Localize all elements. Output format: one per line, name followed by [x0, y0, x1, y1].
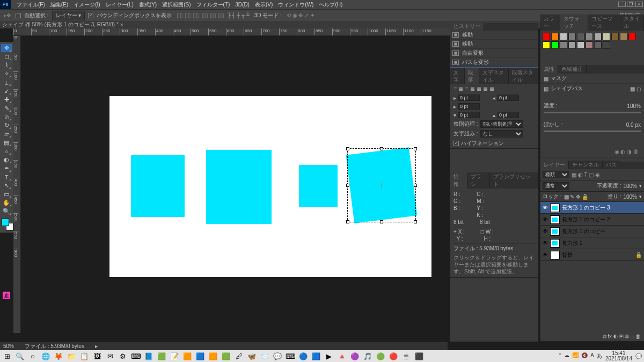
handle-tl[interactable] [346, 147, 349, 150]
taskbar-app-icon[interactable]: ⊞ [2, 351, 12, 361]
gradient-tool[interactable]: ▤ [1, 139, 12, 147]
menu-filter[interactable]: フィルター(T) [194, 1, 233, 9]
menu-view[interactable]: 表示(V) [252, 1, 275, 9]
swatch[interactable] [586, 33, 593, 40]
taskbar-app-icon[interactable]: ⌨ [131, 351, 141, 361]
align-icons[interactable]: ▯▯ ▯▯ ▯▯ ▯▯ ▯▯ ▯▯ ┣ ┫ ╋ ┳ ┻ [175, 12, 251, 18]
opacity-value[interactable]: 100% [623, 183, 637, 189]
visibility-icon[interactable]: 👁 [543, 216, 548, 222]
pen-tool[interactable]: ✒ [1, 164, 12, 172]
menu-edit[interactable]: 編集(E) [48, 1, 71, 9]
para-style-tab[interactable]: 段落スタイル [509, 68, 538, 84]
taskbar-app-icon[interactable]: ○ [28, 351, 38, 361]
visibility-icon[interactable]: 👁 [543, 252, 548, 258]
taskbar-app-icon[interactable]: ▶ [324, 351, 334, 361]
fill-value[interactable]: 100% [623, 194, 637, 200]
swatch[interactable] [551, 33, 559, 40]
swatch[interactable] [603, 41, 610, 49]
handle-ml[interactable] [346, 184, 349, 187]
zoom-tool[interactable]: 🔍 [1, 207, 12, 215]
type-tool[interactable]: T [1, 173, 12, 181]
shape-rect-1[interactable] [131, 155, 185, 217]
canvas[interactable] [109, 96, 431, 277]
taskbar-app-icon[interactable]: 🟧 [208, 351, 218, 361]
history-item[interactable]: ▦自由変形 [450, 49, 538, 58]
marquee-tool[interactable]: ◻ [1, 53, 12, 61]
swatch[interactable] [560, 41, 567, 49]
feather-value[interactable]: 0.0 px [626, 122, 641, 128]
mojikumi-select[interactable]: なし [480, 130, 523, 137]
density-slider[interactable] [544, 112, 641, 113]
layer-row[interactable]: 👁長方形 1 のコピー 2 [540, 214, 644, 226]
tray-icon[interactable]: 📶 [572, 352, 579, 360]
taskbar-app-icon[interactable]: 🟢 [376, 351, 385, 361]
style-tab[interactable]: スタイル [620, 15, 644, 31]
properties-tab[interactable]: 属性 [540, 65, 558, 74]
stamp-tool[interactable]: ⎚ [1, 113, 12, 121]
menu-help[interactable]: ヘルプ(H) [316, 1, 345, 9]
para-align-icons[interactable]: ≡ ≣ ≡ ≣ ≣ ≣ ≣ [450, 84, 538, 93]
transform-bounding-box[interactable] [347, 148, 416, 222]
first-line-input[interactable] [458, 103, 480, 110]
color-tab[interactable]: カラー [540, 15, 560, 31]
feather-slider[interactable] [544, 131, 641, 132]
menu-layer[interactable]: レイヤー(L) [103, 1, 136, 9]
brush-preset-tab[interactable]: ブラシプリセット [490, 172, 538, 189]
taskbar-app-icon[interactable]: 🔴 [389, 351, 398, 361]
indent-right-input[interactable] [497, 95, 519, 101]
taskbar-app-icon[interactable]: 🔍 [15, 351, 25, 361]
shape-rect-3[interactable] [299, 165, 338, 207]
taskbar-app-icon[interactable]: ⌨ [286, 351, 295, 361]
taskbar-app-icon[interactable]: 📋 [79, 351, 89, 361]
taskbar-app-icon[interactable]: ☕ [401, 351, 411, 361]
taskbar-app-icon[interactable]: 🟩 [157, 351, 166, 361]
indent-left-input[interactable] [458, 95, 480, 101]
eyedropper-tool[interactable]: ↙ [1, 87, 12, 95]
taskbar-app-icon[interactable]: 🔵 [298, 351, 308, 361]
visibility-icon[interactable]: 👁 [543, 205, 548, 211]
tray-icon[interactable]: ☁ [564, 352, 569, 360]
swatch[interactable] [551, 41, 559, 49]
visibility-icon[interactable]: 👁 [543, 240, 548, 246]
layer-kind-select[interactable]: 種類 [543, 171, 569, 178]
tray-icon[interactable]: あ [597, 352, 602, 360]
paragraph-tab[interactable]: 段落 [465, 68, 479, 84]
show-bbox-checkbox[interactable]: ✓ [88, 13, 93, 18]
swatch[interactable] [586, 41, 593, 49]
taskbar-app-icon[interactable]: 🟣 [350, 351, 360, 361]
channels-tab[interactable]: チャンネル [569, 161, 603, 169]
menu-file[interactable]: ファイル(F) [14, 1, 48, 9]
brush-tool[interactable]: ✎ [1, 104, 12, 112]
history-item[interactable]: ▦パスを変形 [450, 58, 538, 67]
space-after-input[interactable] [497, 112, 519, 118]
handle-bl[interactable] [346, 220, 349, 223]
shape-rect-2[interactable] [206, 150, 272, 224]
taskbar-app-icon[interactable]: 🟩 [221, 351, 231, 361]
move-tool[interactable]: ✥ [1, 44, 12, 52]
paths-tab[interactable]: パス [603, 161, 620, 169]
hand-tool[interactable]: ✋ [1, 199, 12, 207]
crop-tool[interactable]: ⟂ [1, 78, 12, 86]
menu-window[interactable]: ウィンドウ(W) [275, 1, 316, 9]
autoselect-dropdown[interactable]: レイヤー ▾ [52, 11, 85, 20]
swatch[interactable] [577, 33, 584, 40]
kinsoku-select[interactable]: 弱い禁則処理 [480, 120, 523, 128]
menu-image[interactable]: イメージ(I) [71, 1, 103, 9]
eraser-tool[interactable]: ▱ [1, 130, 12, 138]
visibility-icon[interactable]: 👁 [543, 228, 548, 234]
hyphen-checkbox[interactable]: ✓ [453, 141, 459, 146]
3d-mode-icons[interactable]: ⟲ ◉ ✥ ⤢ ✦ [285, 12, 316, 18]
swatch[interactable] [560, 33, 567, 40]
swatch[interactable] [611, 33, 619, 40]
handle-tm[interactable] [380, 147, 383, 150]
tray-icon[interactable]: ˄ [559, 352, 561, 360]
taskbar-app-icon[interactable]: 🖼 [92, 351, 102, 361]
taskbar-app-icon[interactable]: 🔺 [337, 351, 347, 361]
layer-row[interactable]: 👁背景🔒 [540, 249, 644, 261]
swatch[interactable] [594, 33, 602, 40]
lock-icons[interactable]: ▦ ✎ ✥ 🔒 [564, 194, 588, 200]
lasso-tool[interactable]: ⌇ [1, 61, 12, 69]
menu-3d[interactable]: 3D(D) [232, 2, 252, 8]
taskbar-app-icon[interactable]: 🖊 [234, 351, 244, 361]
swatch[interactable] [594, 41, 602, 49]
